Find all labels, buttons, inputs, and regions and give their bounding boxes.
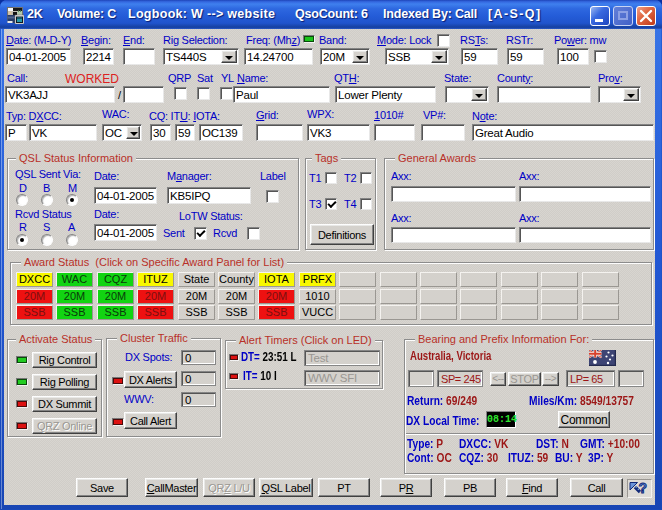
svg-text:?: ? — [639, 480, 648, 496]
